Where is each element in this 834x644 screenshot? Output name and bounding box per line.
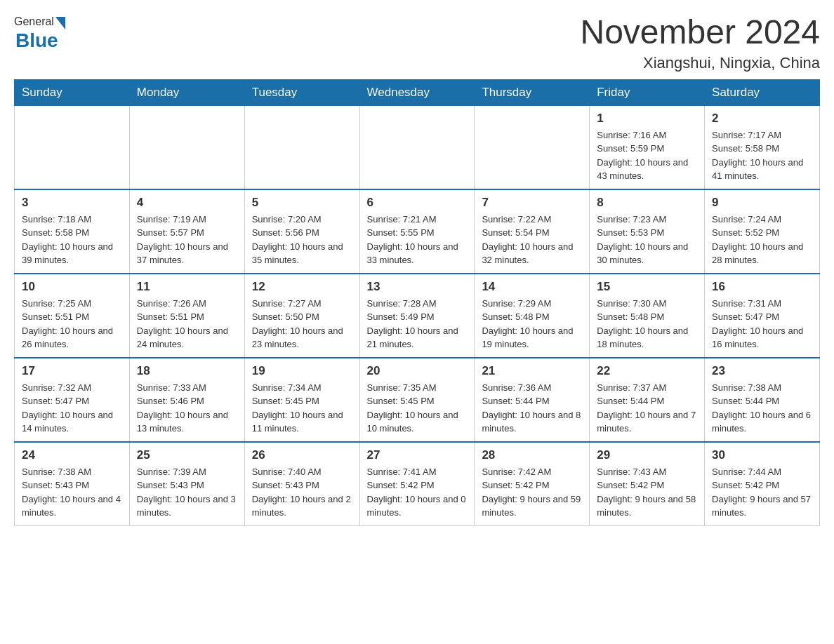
calendar-week-row: 10Sunrise: 7:25 AMSunset: 5:51 PMDayligh… — [15, 274, 820, 358]
day-number: 3 — [22, 196, 122, 210]
day-number: 15 — [597, 280, 697, 294]
calendar-week-row: 1Sunrise: 7:16 AMSunset: 5:59 PMDaylight… — [15, 105, 820, 189]
calendar-cell: 12Sunrise: 7:27 AMSunset: 5:50 PMDayligh… — [244, 274, 359, 358]
day-number: 20 — [367, 364, 468, 378]
header-saturday: Saturday — [705, 79, 820, 105]
day-number: 12 — [252, 280, 352, 294]
calendar-cell: 17Sunrise: 7:32 AMSunset: 5:47 PMDayligh… — [15, 358, 130, 442]
day-info: Sunrise: 7:38 AMSunset: 5:43 PMDaylight:… — [22, 465, 122, 520]
header-wednesday: Wednesday — [359, 79, 475, 105]
day-number: 1 — [597, 112, 697, 126]
calendar-cell — [475, 105, 590, 189]
day-number: 5 — [252, 196, 352, 210]
header-sunday: Sunday — [15, 79, 130, 105]
logo: General Blue — [14, 14, 65, 52]
day-number: 9 — [712, 196, 812, 210]
calendar-cell: 4Sunrise: 7:19 AMSunset: 5:57 PMDaylight… — [129, 189, 244, 274]
calendar-cell: 19Sunrise: 7:34 AMSunset: 5:45 PMDayligh… — [244, 358, 359, 442]
day-info: Sunrise: 7:41 AMSunset: 5:42 PMDaylight:… — [367, 465, 468, 520]
calendar-cell: 16Sunrise: 7:31 AMSunset: 5:47 PMDayligh… — [705, 274, 820, 358]
calendar-cell: 23Sunrise: 7:38 AMSunset: 5:44 PMDayligh… — [705, 358, 820, 442]
logo-arrow-icon — [55, 17, 65, 29]
page-header: General Blue November 2024 Xiangshui, Ni… — [14, 14, 820, 72]
day-info: Sunrise: 7:29 AMSunset: 5:48 PMDaylight:… — [482, 297, 582, 351]
day-number: 13 — [367, 280, 468, 294]
calendar-cell — [129, 105, 244, 189]
calendar-cell: 18Sunrise: 7:33 AMSunset: 5:46 PMDayligh… — [129, 358, 244, 442]
calendar-cell: 5Sunrise: 7:20 AMSunset: 5:56 PMDaylight… — [244, 189, 359, 274]
title-section: November 2024 Xiangshui, Ningxia, China — [580, 14, 820, 72]
calendar-cell: 24Sunrise: 7:38 AMSunset: 5:43 PMDayligh… — [15, 442, 130, 526]
day-number: 26 — [252, 448, 352, 462]
calendar-cell: 7Sunrise: 7:22 AMSunset: 5:54 PMDaylight… — [475, 189, 590, 274]
calendar-cell: 11Sunrise: 7:26 AMSunset: 5:51 PMDayligh… — [129, 274, 244, 358]
calendar-cell: 22Sunrise: 7:37 AMSunset: 5:44 PMDayligh… — [590, 358, 705, 442]
day-number: 4 — [137, 196, 237, 210]
day-number: 2 — [712, 112, 812, 126]
day-info: Sunrise: 7:39 AMSunset: 5:43 PMDaylight:… — [137, 465, 237, 520]
calendar-cell: 2Sunrise: 7:17 AMSunset: 5:58 PMDaylight… — [705, 105, 820, 189]
day-number: 19 — [252, 364, 352, 378]
day-info: Sunrise: 7:17 AMSunset: 5:58 PMDaylight:… — [712, 128, 812, 183]
day-number: 18 — [137, 364, 237, 378]
day-number: 7 — [482, 196, 582, 210]
calendar-cell: 20Sunrise: 7:35 AMSunset: 5:45 PMDayligh… — [359, 358, 475, 442]
day-info: Sunrise: 7:26 AMSunset: 5:51 PMDaylight:… — [137, 297, 237, 351]
day-info: Sunrise: 7:18 AMSunset: 5:58 PMDaylight:… — [22, 213, 122, 267]
logo-general-text: General — [14, 15, 54, 28]
calendar-week-row: 3Sunrise: 7:18 AMSunset: 5:58 PMDaylight… — [15, 189, 820, 274]
day-info: Sunrise: 7:40 AMSunset: 5:43 PMDaylight:… — [252, 465, 352, 520]
calendar-cell: 3Sunrise: 7:18 AMSunset: 5:58 PMDaylight… — [15, 189, 130, 274]
day-info: Sunrise: 7:28 AMSunset: 5:49 PMDaylight:… — [367, 297, 468, 351]
calendar-cell: 27Sunrise: 7:41 AMSunset: 5:42 PMDayligh… — [359, 442, 475, 526]
calendar-title: November 2024 — [580, 14, 820, 51]
day-info: Sunrise: 7:22 AMSunset: 5:54 PMDaylight:… — [482, 213, 582, 267]
day-info: Sunrise: 7:20 AMSunset: 5:56 PMDaylight:… — [252, 213, 352, 267]
day-number: 22 — [597, 364, 697, 378]
calendar-cell — [15, 105, 130, 189]
day-number: 25 — [137, 448, 237, 462]
weekday-header-row: Sunday Monday Tuesday Wednesday Thursday… — [15, 79, 820, 105]
header-tuesday: Tuesday — [244, 79, 359, 105]
day-number: 14 — [482, 280, 582, 294]
day-number: 28 — [482, 448, 582, 462]
day-number: 8 — [597, 196, 697, 210]
calendar-cell — [244, 105, 359, 189]
day-info: Sunrise: 7:31 AMSunset: 5:47 PMDaylight:… — [712, 297, 812, 351]
day-number: 21 — [482, 364, 582, 378]
calendar-table: Sunday Monday Tuesday Wednesday Thursday… — [14, 79, 820, 526]
day-info: Sunrise: 7:16 AMSunset: 5:59 PMDaylight:… — [597, 128, 697, 183]
day-number: 24 — [22, 448, 122, 462]
calendar-cell: 9Sunrise: 7:24 AMSunset: 5:52 PMDaylight… — [705, 189, 820, 274]
day-info: Sunrise: 7:43 AMSunset: 5:42 PMDaylight:… — [597, 465, 697, 520]
day-info: Sunrise: 7:42 AMSunset: 5:42 PMDaylight:… — [482, 465, 582, 520]
calendar-cell: 29Sunrise: 7:43 AMSunset: 5:42 PMDayligh… — [590, 442, 705, 526]
header-thursday: Thursday — [475, 79, 590, 105]
day-info: Sunrise: 7:27 AMSunset: 5:50 PMDaylight:… — [252, 297, 352, 351]
calendar-cell: 10Sunrise: 7:25 AMSunset: 5:51 PMDayligh… — [15, 274, 130, 358]
day-number: 16 — [712, 280, 812, 294]
header-monday: Monday — [129, 79, 244, 105]
day-info: Sunrise: 7:33 AMSunset: 5:46 PMDaylight:… — [137, 381, 237, 436]
calendar-cell: 21Sunrise: 7:36 AMSunset: 5:44 PMDayligh… — [475, 358, 590, 442]
calendar-cell: 14Sunrise: 7:29 AMSunset: 5:48 PMDayligh… — [475, 274, 590, 358]
calendar-cell — [359, 105, 475, 189]
day-info: Sunrise: 7:24 AMSunset: 5:52 PMDaylight:… — [712, 213, 812, 267]
calendar-cell: 1Sunrise: 7:16 AMSunset: 5:59 PMDaylight… — [590, 105, 705, 189]
day-number: 10 — [22, 280, 122, 294]
header-friday: Friday — [590, 79, 705, 105]
day-number: 6 — [367, 196, 468, 210]
calendar-subtitle: Xiangshui, Ningxia, China — [580, 54, 820, 72]
calendar-cell: 15Sunrise: 7:30 AMSunset: 5:48 PMDayligh… — [590, 274, 705, 358]
day-info: Sunrise: 7:34 AMSunset: 5:45 PMDaylight:… — [252, 381, 352, 436]
day-info: Sunrise: 7:37 AMSunset: 5:44 PMDaylight:… — [597, 381, 697, 436]
day-info: Sunrise: 7:32 AMSunset: 5:47 PMDaylight:… — [22, 381, 122, 436]
day-info: Sunrise: 7:38 AMSunset: 5:44 PMDaylight:… — [712, 381, 812, 436]
calendar-week-row: 17Sunrise: 7:32 AMSunset: 5:47 PMDayligh… — [15, 358, 820, 442]
calendar-cell: 6Sunrise: 7:21 AMSunset: 5:55 PMDaylight… — [359, 189, 475, 274]
day-info: Sunrise: 7:21 AMSunset: 5:55 PMDaylight:… — [367, 213, 468, 267]
day-number: 30 — [712, 448, 812, 462]
day-number: 29 — [597, 448, 697, 462]
day-info: Sunrise: 7:36 AMSunset: 5:44 PMDaylight:… — [482, 381, 582, 436]
day-info: Sunrise: 7:23 AMSunset: 5:53 PMDaylight:… — [597, 213, 697, 267]
